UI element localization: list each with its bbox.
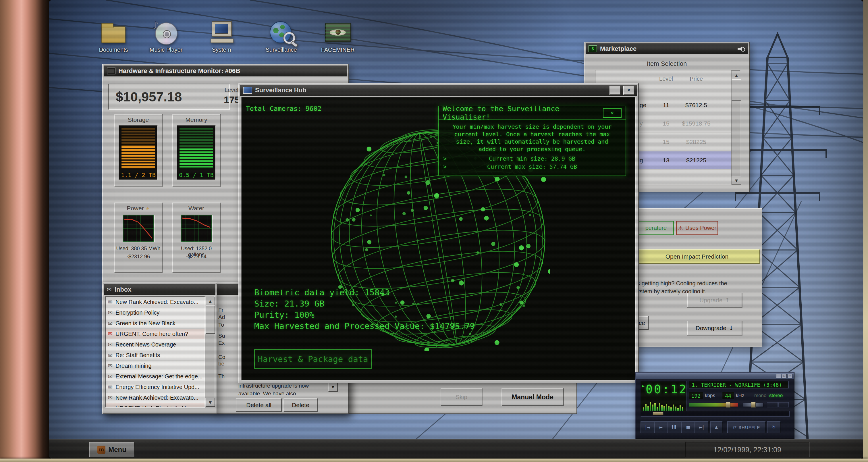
inbox-message-row[interactable]: ✉Re: Staff Benefits [106,350,205,361]
minimize-button[interactable]: _ [610,86,620,95]
power-cost: -$2312.96 [115,254,162,260]
balance-knob[interactable] [751,402,756,408]
inbox-message-row[interactable]: ✉Dream-mining [106,361,205,371]
manual-mode-button[interactable]: Manual Mode [501,388,563,406]
memory-panel: Memory 0.5 / 1 TB [172,114,221,187]
down-arrow-icon: ↓ [729,325,734,332]
downgrade-button[interactable]: Downgrade↓ [687,321,742,335]
upgrade-button[interactable]: Upgrade↑ [687,293,742,307]
memory-label: Memory [173,116,220,123]
inbox-scrollbar[interactable]: ▲ ▼ [205,296,214,407]
spectrum-bar [680,405,681,411]
inbox-message-row[interactable]: ✉Recent News Coverage [106,339,205,350]
inbox-message-row[interactable]: ✉New Rank Achieved: Excavato... [106,393,205,403]
scrollbar-thumb[interactable] [205,305,215,334]
inbox-message-row[interactable]: ✉URGENT: Come here often? [106,329,205,339]
uses-power-badge: ⚠ Uses Power [676,221,718,235]
desktop-icon-faceminer[interactable]: FACEMINER [316,20,359,53]
close-button[interactable]: × [623,86,634,95]
speaker-icon[interactable] [738,46,745,52]
face-eye-icon [324,20,351,45]
inbox-message-row[interactable]: ✉Green is the New Black [106,318,205,329]
email-field-fragment: Ex [218,340,225,346]
scroll-up-button[interactable]: ▲ [205,297,215,306]
desktop-icon-system[interactable]: System [200,20,243,53]
harvest-package-button[interactable]: Harvest & Package data [254,349,372,369]
dropdown-arrow-button[interactable]: ▼ [328,382,338,392]
email-body-line1: infrastructure upgrade is now [239,383,309,389]
open-impact-prediction-button[interactable]: Open Impact Prediction [634,249,760,264]
shuffle-button[interactable]: ⇄ SHUFFLE [727,421,766,433]
memory-gauge: 0.5 / 1 TB [177,125,216,180]
inbox-message-list: ✉New Rank Achieved: Excavato...✉Encrypti… [105,296,205,408]
dialog-header: Welcome to the Surveillance Visualiser! … [439,106,626,120]
email-field-fragment: Fr [218,307,223,313]
temperature-badge: perature [638,221,674,235]
inbox-message-row[interactable]: ✉Energy Efficiency Initiative Upd... [106,382,205,393]
surveillance-titlebar[interactable]: Surveillance Hub _ × [240,85,637,96]
play-button[interactable]: ► [654,421,668,433]
seek-bar[interactable] [641,411,790,417]
dialog-body-text: Your min/max harvest size is dependent o… [439,120,626,154]
storage-panel: Storage 1.1 / 2 TB [114,114,162,187]
marketplace-titlebar[interactable]: $ Marketplace [586,43,748,54]
volume-knob[interactable] [726,402,731,408]
bitrate-unit: kbps [705,393,715,399]
power-panel: Power ⚠ Used: 380.35 MWh -$2312.96 [114,203,162,273]
envelope-icon: ✉ [108,384,113,390]
skip-button[interactable]: Skip [441,388,482,406]
music-player: _ □ × ► 00:12 1. TEKRIDER - WORKLIFE (3:… [635,372,795,439]
scroll-up-button[interactable]: ▲ [732,71,741,80]
playlist-button[interactable] [778,402,789,407]
repeat-button[interactable]: ↻ [767,421,781,433]
desktop-icon-documents[interactable]: Documents [92,20,135,53]
volume-slider[interactable] [689,403,738,407]
seek-knob[interactable] [653,412,663,415]
chip-icon [107,67,116,74]
desktop-icon-music-player[interactable]: ♪ Music Player [145,20,188,53]
next-button[interactable]: ►| [694,421,709,433]
scroll-down-button[interactable]: ▼ [732,176,741,185]
inbox-message-row[interactable]: ✉Encryption Policy [106,307,205,318]
inbox-message-row[interactable]: ✉New Rank Achieved: Excavato... [106,297,205,307]
item-price: $28225 [678,133,715,151]
market-icon: $ [589,45,597,52]
power-used: Used: 380.35 MWh [115,246,162,252]
balance-slider[interactable] [743,403,764,407]
envelope-icon: ✉ [108,299,113,305]
marketplace-scrollbar[interactable]: ▲ ▼ [731,70,741,185]
delete-all-button[interactable]: Delete all [236,398,282,412]
hardware-monitor-titlebar[interactable]: Hardware & Infrastructure Monitor: #06B [104,65,347,76]
item-price: $15918.75 [678,115,715,132]
welcome-dialog: Welcome to the Surveillance Visualiser! … [438,106,626,176]
spectrum-bar [661,405,663,411]
item-price: $7612.5 [678,96,715,114]
dialog-close-button[interactable]: × [603,108,622,118]
player-close-button[interactable]: × [787,374,793,378]
player-shade-button[interactable]: □ [782,374,787,378]
samplerate-unit: kHz [736,393,744,399]
inbox-message-row[interactable]: ✉External Message: Get the edge... [106,371,205,382]
desktop-icon-surveillance[interactable]: Surveillance [260,20,303,53]
power-label: Power ⚠ [115,205,162,212]
inbox-titlebar[interactable]: ✉ Inbox [104,284,215,295]
player-lcd: ► 00:12 [641,381,686,414]
storage-label: Storage [115,116,162,123]
player-minimize-button[interactable]: _ [776,374,781,378]
eject-button[interactable]: ▲ [710,421,723,433]
pause-button[interactable]: ▌▌ [668,421,682,433]
scroll-down-button[interactable]: ▼ [205,398,215,407]
email-field-fragment: Co [218,354,225,360]
player-titlebar[interactable]: _ □ × [636,373,794,379]
previous-button[interactable]: |◄ [641,421,655,433]
email-body-line2: available. We have also [239,391,296,397]
spectrum-bar [659,403,660,411]
menu-button[interactable]: Menu [89,442,135,457]
stop-button[interactable]: ■ [681,421,695,433]
eq-button[interactable] [767,402,778,407]
delete-button[interactable]: Delete [283,398,318,412]
track-title-marquee[interactable]: 1. TEKRIDER - WORKLIFE (3:48) [689,381,789,389]
scrollbar-thumb[interactable] [732,79,741,100]
item-level: 15 [652,133,680,151]
inbox-message-row[interactable]: ✉URGENT: High Electricity Usage [106,403,205,408]
